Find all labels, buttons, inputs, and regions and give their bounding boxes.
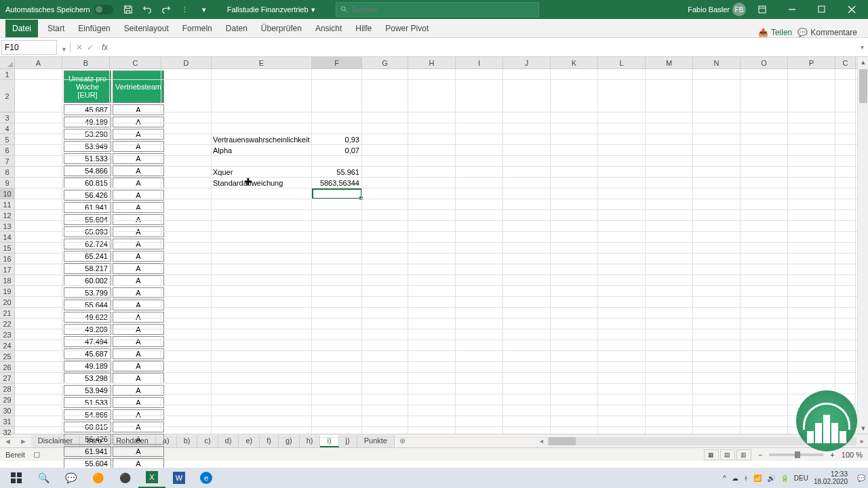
row-header-19[interactable]: 19 [0,286,14,297]
cell-umsatz[interactable]: 65.093 [64,226,111,237]
cell-umsatz[interactable]: 49.189 [64,117,111,127]
cell-team[interactable]: A [113,446,164,457]
table-row[interactable]: 53.298A [64,373,164,384]
ribbon-tab-daten[interactable]: Daten [219,20,254,37]
cell-umsatz[interactable]: 49.622 [64,312,111,323]
vertical-scrollbar[interactable]: ▲ ▼ [857,57,868,434]
maximize-icon[interactable] [808,0,835,19]
ribbon-tab-power pivot[interactable]: Power Pivot [378,20,435,37]
row-header-25[interactable]: 25 [0,351,14,362]
cell-umsatz[interactable]: 54.866 [64,409,111,420]
autosave-toggle[interactable]: Automatisches Speichern [0,5,119,14]
table-row[interactable]: 60.815A [64,178,164,188]
row-header-12[interactable]: 12 [0,210,14,221]
col-header-O[interactable]: O [741,57,788,68]
cell-umsatz[interactable]: 61.941 [64,446,111,457]
accept-formula-icon[interactable]: ✓ [87,43,94,52]
row-header-8[interactable]: 8 [0,167,14,178]
cell-umsatz[interactable]: 55.644 [64,300,111,310]
cell-team[interactable]: A [113,202,164,213]
table-row[interactable]: 55.604A [64,214,164,225]
cell-team[interactable]: A [113,226,164,237]
val-alpha[interactable]: 0,07 [313,145,362,156]
table-row[interactable]: 49.189A [64,361,164,371]
name-box-dropdown-icon[interactable]: ▼ [58,42,71,53]
name-box[interactable]: F10 [1,40,57,55]
row-header-15[interactable]: 15 [0,243,14,253]
col-header-F[interactable]: F [312,57,362,68]
row-header-18[interactable]: 18 [0,275,14,286]
sheet-nav-next-icon[interactable]: ► [16,437,31,445]
expand-formula-bar-icon[interactable]: ▾ [856,43,868,51]
cell-umsatz[interactable]: 53.298 [64,129,111,140]
row-header-13[interactable]: 13 [0,221,14,232]
col-header-C[interactable]: C [835,57,856,68]
cell-team[interactable]: A [113,104,164,115]
ribbon-tab-einfügen[interactable]: Einfügen [71,20,117,37]
cell-team[interactable]: A [113,312,164,323]
cell-team[interactable]: A [113,361,164,371]
cell-team[interactable]: A [113,141,164,152]
cell-umsatz[interactable]: 47.494 [64,336,111,347]
cell-team[interactable]: A [113,178,164,188]
cell-umsatz[interactable]: 54.866 [64,165,111,176]
table-row[interactable]: 56.426A [64,434,164,445]
cell-team[interactable]: A [113,373,164,384]
cell-team[interactable]: A [113,129,164,140]
table-row[interactable]: 61.941A [64,202,164,213]
tray-battery-icon[interactable]: 🔋 [781,474,789,482]
label-xquer[interactable]: Xquer [213,167,313,178]
val-confidence[interactable]: 0,93 [313,134,362,145]
formula-input[interactable] [111,40,856,55]
cancel-formula-icon[interactable]: ✕ [76,43,83,52]
cell-team[interactable]: A [113,336,164,347]
taskbar-excel[interactable]: X [138,468,165,488]
zoom-level[interactable]: 100 % [842,451,863,459]
scroll-up-icon[interactable]: ▲ [858,57,868,68]
row-header-2[interactable]: 2 [0,80,14,113]
col-header-H[interactable]: H [408,57,456,68]
column-headers[interactable]: ABCDEFGHIJKLMNOPC [15,57,857,69]
row-header-20[interactable]: 20 [0,297,14,308]
table-row[interactable]: 54.866A [64,409,164,420]
val-stddev[interactable]: 5863,56344 [313,178,362,188]
row-header-16[interactable]: 16 [0,253,14,264]
row-header-30[interactable]: 30 [0,405,14,416]
cell-team[interactable]: A [113,422,164,432]
cell-team[interactable]: A [113,434,164,445]
cell-team[interactable]: A [113,214,164,225]
col-header-G[interactable]: G [362,57,408,68]
view-normal-icon[interactable]: ▦ [704,449,719,460]
table-row[interactable]: 53.298A [64,129,164,140]
cell-team[interactable]: A [113,275,164,286]
row-header-22[interactable]: 22 [0,319,14,329]
tray-chevron-icon[interactable]: ^ [723,474,726,482]
col-header-K[interactable]: K [551,57,598,68]
table-row[interactable]: 62.724A [64,239,164,249]
cell-umsatz[interactable]: 60.002 [64,275,111,286]
row-header-6[interactable]: 6 [0,145,14,156]
tray-bluetooth-icon[interactable]: ᚼ [744,474,748,482]
col-header-M[interactable]: M [646,57,693,68]
ribbon-tab-start[interactable]: Start [41,20,71,37]
col-header-C[interactable]: C [110,57,161,68]
val-xquer[interactable]: 55.961 [313,167,362,178]
row-header-27[interactable]: 27 [0,373,14,384]
row-header-9[interactable]: 9 [0,178,14,188]
scroll-right-icon[interactable]: ► [859,438,865,445]
cell-team[interactable]: A [113,300,164,310]
taskbar-word[interactable]: W [165,468,193,488]
table-row[interactable]: 47.494A [64,336,164,347]
sheet-nav-prev-icon[interactable]: ◄ [0,437,16,445]
cell-umsatz[interactable]: 53.949 [64,141,111,152]
share-button[interactable]: 📤Teilen [758,28,792,37]
cell-umsatz[interactable]: 61.941 [64,202,111,213]
table-row[interactable]: 60.002A [64,275,164,286]
tray-clock[interactable]: 12:33 18.02.2020 [814,470,852,485]
comments-button[interactable]: 💬Kommentare [797,28,857,37]
taskbar-app-2[interactable]: 🟠 [84,468,111,488]
touch-mode-icon[interactable]: ⋮ [176,0,195,19]
row-header-1[interactable]: 1 [0,69,14,80]
close-icon[interactable] [838,0,865,19]
table-row[interactable]: 51.533A [64,397,164,408]
